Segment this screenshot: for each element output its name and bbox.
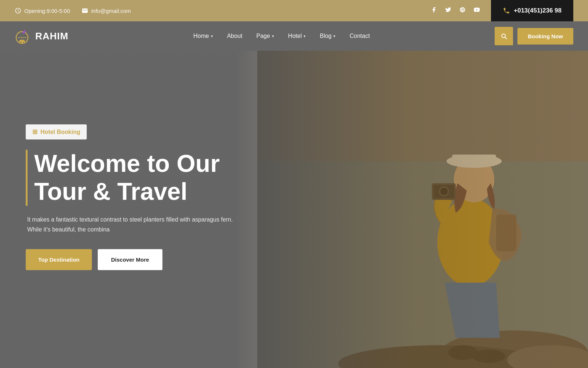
logo-icon	[15, 27, 32, 45]
email-text: info@gmail.com	[91, 8, 131, 14]
facebook-icon[interactable]	[431, 7, 437, 15]
navbar: RAHIM Home ▾ About Page ▾ Hotel ▾ Blog ▾…	[0, 21, 588, 51]
youtube-icon[interactable]	[474, 7, 480, 15]
logo-text: RAHIM	[35, 31, 68, 42]
chevron-down-icon: ▾	[272, 34, 274, 39]
nav-about[interactable]: About	[221, 30, 248, 42]
booking-now-button[interactable]: Booking Now	[517, 28, 573, 45]
phone-block: +013(451)236 98	[491, 0, 573, 21]
phone-icon	[503, 7, 510, 14]
hero-content: ⊞ Hotel Booking Welcome to Our Tour & Tr…	[26, 124, 239, 270]
hotel-icon: ⊞	[32, 128, 37, 136]
nav-contact[interactable]: Contact	[344, 30, 376, 42]
hero-badge: ⊞ Hotel Booking	[26, 124, 87, 139]
chevron-down-icon: ▾	[333, 34, 336, 39]
top-bar: Opening:9:00-5:00 info@gmail.com	[0, 0, 588, 21]
logo[interactable]: RAHIM	[15, 27, 68, 45]
nav-page[interactable]: Page ▾	[250, 30, 280, 42]
badge-text: Hotel Booking	[40, 129, 80, 135]
hero-buttons: Top Destination Discover More	[26, 249, 239, 270]
clock-icon	[15, 7, 21, 14]
nav-hotel[interactable]: Hotel ▾	[282, 30, 312, 42]
nav-right: Booking Now	[495, 27, 573, 45]
nav-links: Home ▾ About Page ▾ Hotel ▾ Blog ▾ Conta…	[187, 30, 376, 42]
social-icons	[431, 7, 491, 15]
dribbble-icon[interactable]	[459, 7, 466, 15]
top-destination-button[interactable]: Top Destination	[26, 249, 92, 270]
phone-text: +013(451)236 98	[514, 7, 562, 14]
opening-hours: Opening:9:00-5:00	[15, 7, 70, 14]
hero-description: It makes a fantastic textural contrast t…	[26, 215, 239, 234]
discover-more-button[interactable]: Discover More	[98, 249, 162, 270]
nav-home[interactable]: Home ▾	[187, 30, 219, 42]
chevron-down-icon: ▾	[304, 34, 306, 39]
chevron-down-icon: ▾	[211, 34, 213, 39]
nav-blog[interactable]: Blog ▾	[314, 30, 341, 42]
hero-title-line2: Tour & Travel	[34, 178, 187, 205]
hero-title-line1: Welcome to Our	[34, 150, 220, 177]
email-info: info@gmail.com	[82, 7, 131, 14]
email-icon	[82, 7, 88, 14]
opening-text: Opening:9:00-5:00	[24, 8, 70, 14]
search-icon	[500, 32, 508, 40]
twitter-icon[interactable]	[445, 7, 451, 15]
search-button[interactable]	[495, 27, 513, 45]
top-bar-right: +013(451)236 98	[431, 0, 573, 21]
top-bar-left: Opening:9:00-5:00 info@gmail.com	[15, 7, 131, 14]
hero-title: Welcome to Our Tour & Travel	[26, 150, 239, 206]
hero-section: ⊞ Hotel Booking Welcome to Our Tour & Tr…	[0, 51, 588, 368]
